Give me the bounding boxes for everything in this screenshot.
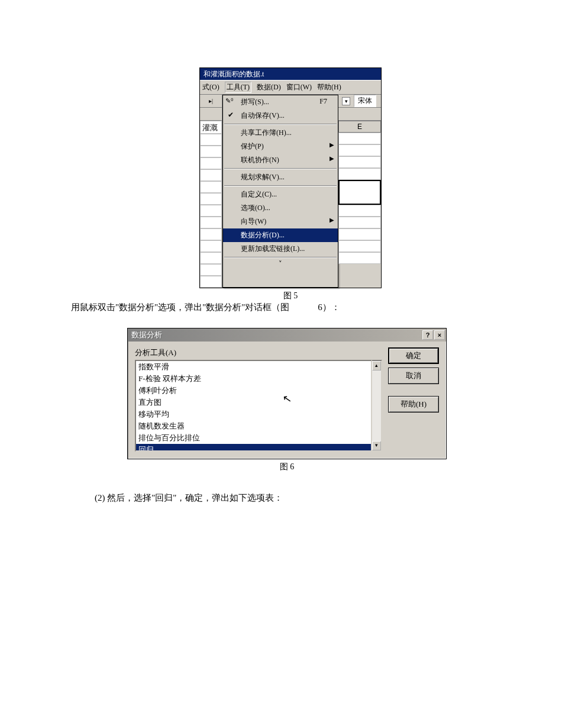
menu-item-spell[interactable]: ✎⁰ 拼写(S)... F7	[223, 95, 338, 109]
scroll-track[interactable]	[372, 371, 381, 441]
menu-item-label: 保护(P)	[241, 142, 264, 150]
menu-item-wizard[interactable]: 向导(W) ▶	[223, 215, 338, 228]
menu-item-label: 拼写(S)...	[241, 98, 269, 106]
listbox-label: 分析工具(A)	[135, 347, 382, 358]
menu-item-share[interactable]: 共享工作簿(H)...	[223, 126, 338, 140]
menu-format[interactable]: 式(O)	[202, 82, 219, 92]
menu-window[interactable]: 窗口(W)	[286, 82, 312, 92]
list-item[interactable]: 指数平滑	[136, 361, 371, 373]
cell-empty[interactable]	[200, 228, 222, 240]
text-span-num: 6）：	[292, 302, 340, 312]
menu-item-label: 规划求解(V)...	[241, 173, 285, 181]
cell-empty[interactable]	[200, 252, 222, 264]
toolbar-right: ▾ 宋体	[338, 95, 381, 108]
scroll-up-button[interactable]: ▴	[372, 361, 381, 371]
list-item-selected[interactable]: 回归	[136, 444, 371, 452]
menu-item-options[interactable]: 选项(O)...	[223, 201, 338, 215]
cell-empty[interactable]	[338, 205, 381, 217]
text-span: 用鼠标双击"数据分析"选项，弹出"数据分析"对话框（图	[71, 302, 290, 312]
cell-empty[interactable]	[338, 252, 381, 264]
dropdown-arrow-icon[interactable]: ▾	[342, 97, 350, 105]
analysis-tools-listbox[interactable]: 指数平滑 F-检验 双样本方差 傅利叶分析 直方图 移动平均 随机数发生器 排位…	[135, 360, 372, 452]
cell-label-left[interactable]: 灌溉	[200, 121, 222, 134]
submenu-arrow-icon: ▶	[330, 155, 334, 162]
submenu-arrow-icon: ▶	[330, 217, 334, 223]
menu-item-customize[interactable]: 自定义(C)...	[223, 188, 338, 201]
dialog-title-bar[interactable]: 数据分析 ? ×	[128, 328, 446, 342]
data-analysis-dialog: 数据分析 ? × 分析工具(A) 指数平滑 F-检验 双样本方差 傅利叶分析 直…	[127, 328, 447, 459]
cell-empty[interactable]	[338, 168, 381, 180]
spell-icon: ✎⁰	[225, 97, 233, 105]
cell-empty[interactable]	[338, 144, 381, 156]
cell-empty[interactable]	[200, 276, 222, 288]
toolbar-fragment-left: ▸|	[200, 95, 222, 108]
shortcut-label: F7	[319, 97, 327, 106]
cancel-button[interactable]: 取消	[388, 368, 439, 384]
body-text-2: (2) 然后，选择"回归"，确定，弹出如下选项表：	[95, 492, 283, 504]
menu-data[interactable]: 数据(D)	[257, 82, 281, 92]
cell-empty[interactable]	[338, 240, 381, 252]
listbox-scrollbar[interactable]: ▴ ▾	[372, 360, 382, 452]
menu-item-protect[interactable]: 保护(P) ▶	[223, 140, 338, 153]
dialog-title: 数据分析	[129, 330, 421, 340]
menu-expand-icon[interactable]: ˅	[223, 259, 338, 268]
cell-empty[interactable]	[200, 205, 222, 217]
menu-item-data-analysis[interactable]: 数据分析(D)...	[223, 228, 338, 242]
cell-empty[interactable]	[200, 217, 222, 228]
cell-empty[interactable]	[200, 134, 222, 146]
menu-item-solver[interactable]: 规划求解(V)...	[223, 170, 338, 184]
menu-separator	[224, 168, 337, 169]
list-item[interactable]: 排位与百分比排位	[136, 432, 371, 444]
cell-empty[interactable]	[338, 228, 381, 240]
list-item[interactable]: F-检验 双样本方差	[136, 373, 371, 385]
cell-empty[interactable]	[338, 156, 381, 168]
cell-empty[interactable]	[200, 146, 222, 157]
close-button[interactable]: ×	[434, 330, 445, 340]
cell-empty[interactable]	[338, 217, 381, 228]
window-title-bar: 和灌溉面积的数据.t	[200, 68, 381, 80]
check-icon: ✔	[228, 111, 234, 120]
list-item[interactable]: 直方图	[136, 397, 371, 408]
cell-empty[interactable]	[200, 193, 222, 205]
menu-separator	[224, 124, 337, 125]
submenu-arrow-icon: ▶	[330, 141, 334, 148]
figure-6: 数据分析 ? × 分析工具(A) 指数平滑 F-检验 双样本方差 傅利叶分析 直…	[127, 328, 447, 472]
menu-item-label: 自定义(C)...	[241, 190, 277, 198]
menu-separator	[224, 257, 337, 258]
excel-window: 和灌溉面积的数据.t 式(O) 工具(T) 数据(D) 窗口(W) 帮助(H) …	[199, 67, 382, 288]
cell-empty[interactable]	[200, 181, 222, 193]
figure-6-caption: 图 6	[127, 462, 447, 472]
menu-item-label: 自动保存(V)...	[241, 111, 285, 120]
cell-empty[interactable]	[200, 157, 222, 169]
ok-button[interactable]: 确定	[388, 347, 439, 364]
cell-empty[interactable]	[200, 264, 222, 276]
menu-bar[interactable]: 式(O) 工具(T) 数据(D) 窗口(W) 帮助(H)	[200, 80, 381, 95]
tools-dropdown-menu: ✎⁰ 拼写(S)... F7 ✔ 自动保存(V)... 共享工作簿(H)... …	[222, 95, 338, 288]
list-item[interactable]: 移动平均	[136, 408, 371, 420]
list-item[interactable]: 随机数发生器	[136, 420, 371, 432]
menu-item-label: 更新加载宏链接(L)...	[241, 244, 305, 253]
cell-selected[interactable]	[338, 180, 381, 205]
menu-item-label: 向导(W)	[241, 217, 266, 226]
cell-empty[interactable]	[200, 169, 222, 181]
help-button-body[interactable]: 帮助(H)	[388, 396, 439, 413]
scroll-down-button[interactable]: ▾	[372, 441, 381, 450]
menu-separator	[224, 185, 337, 186]
help-button[interactable]: ?	[422, 330, 433, 340]
menu-item-label: 共享工作簿(H)...	[241, 128, 292, 137]
menu-tools[interactable]: 工具(T)	[225, 82, 251, 93]
column-header-E[interactable]: E	[338, 121, 381, 133]
menu-item-update-links[interactable]: 更新加载宏链接(L)...	[223, 242, 338, 256]
menu-item-label: 联机协作(N)	[241, 156, 279, 164]
menu-item-label: 数据分析(D)...	[241, 231, 285, 239]
font-selector[interactable]: 宋体	[354, 95, 376, 107]
cell-empty[interactable]	[200, 240, 222, 252]
cell-empty[interactable]	[338, 133, 381, 144]
toolbar-empty-right	[338, 108, 381, 121]
menu-help[interactable]: 帮助(H)	[317, 82, 341, 92]
menu-item-online[interactable]: 联机协作(N) ▶	[223, 153, 338, 167]
body-text-1: 用鼠标双击"数据分析"选项，弹出"数据分析"对话框（图 6）：	[71, 302, 485, 313]
menu-item-autosave[interactable]: ✔ 自动保存(V)...	[223, 109, 338, 123]
list-item[interactable]: 傅利叶分析	[136, 385, 371, 397]
figure-5-caption: 图 5	[199, 291, 382, 301]
